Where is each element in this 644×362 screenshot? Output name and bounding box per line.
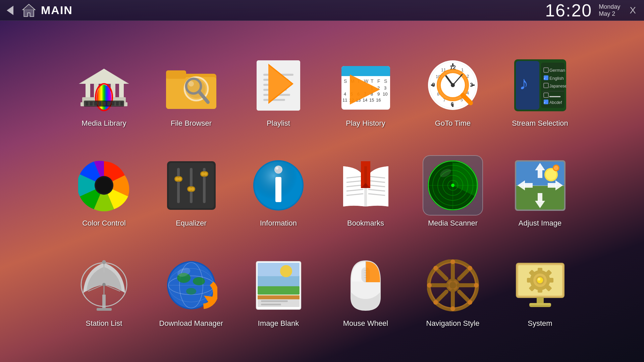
svg-rect-210: [261, 304, 281, 305]
home-icon[interactable]: [21, 2, 37, 18]
svg-point-232: [450, 306, 455, 311]
svg-point-231: [450, 259, 455, 264]
app-media-scanner[interactable]: Media Scanner: [419, 155, 486, 228]
svg-point-179: [554, 166, 558, 170]
app-image-blank[interactable]: Image Blank: [245, 255, 312, 328]
svg-rect-2: [24, 10, 34, 16]
app-station-list[interactable]: Station List: [70, 255, 138, 328]
app-media-library[interactable]: Media Library: [70, 55, 138, 128]
svg-rect-137: [275, 177, 281, 202]
file-browser-icon: [164, 59, 218, 112]
close-button[interactable]: X: [627, 4, 639, 17]
app-goto-time[interactable]: 12 3 6 9 1 2 4 5 7 8 10 11: [419, 55, 486, 128]
equalizer-label: Equalizer: [176, 219, 207, 228]
app-color-control[interactable]: Color Control: [70, 155, 138, 228]
svg-rect-243: [538, 268, 542, 273]
svg-point-34: [189, 81, 194, 86]
app-mouse-wheel[interactable]: Mouse Wheel: [332, 255, 399, 328]
system-icon: [514, 259, 566, 311]
svg-rect-19: [90, 102, 93, 106]
svg-text:German: German: [549, 68, 565, 73]
goto-time-icon: 12 3 6 9 1 2 4 5 7 8 10 11: [427, 59, 479, 111]
media-scanner-icon-wrap: [423, 155, 483, 216]
app-information[interactable]: Information: [245, 155, 312, 228]
navigation-style-icon: [427, 259, 479, 311]
color-control-icon: [78, 160, 130, 212]
svg-rect-12: [119, 84, 124, 97]
media-scanner-icon: [427, 160, 479, 212]
equalizer-icon: [167, 161, 216, 210]
svg-point-160: [451, 184, 454, 187]
app-system[interactable]: System: [506, 255, 574, 328]
app-adjust-image[interactable]: Adjust Image: [506, 155, 574, 228]
playlist-label: Playlist: [267, 119, 290, 128]
stream-selection-icon-wrap: ♪ German ✓ English Japanese: [510, 55, 570, 116]
station-list-label: Station List: [86, 319, 122, 328]
svg-rect-25: [116, 102, 119, 106]
svg-rect-8: [86, 84, 90, 97]
station-list-icon: [78, 259, 130, 311]
app-file-browser[interactable]: File Browser: [158, 55, 225, 128]
svg-point-233: [427, 283, 432, 288]
app-play-history[interactable]: S M T W T F S 1 2 3 4 5 6 7 8: [332, 55, 399, 128]
adjust-image-icon-wrap: [510, 155, 570, 216]
color-control-icon-wrap: [74, 155, 134, 216]
back-button[interactable]: [3, 4, 17, 17]
stream-selection-icon: ♪ German ✓ English Japanese: [514, 59, 566, 111]
grid-row-1: Media Library: [13, 55, 631, 128]
svg-point-235: [433, 266, 438, 270]
svg-text:S: S: [344, 78, 347, 84]
back-icon: [7, 6, 13, 15]
svg-rect-175: [524, 183, 533, 188]
goto-time-label: GoTo Time: [435, 119, 471, 128]
svg-rect-173: [538, 193, 542, 201]
svg-point-136: [276, 167, 278, 170]
navigation-style-label: Navigation Style: [426, 319, 480, 328]
day-name: Monday: [599, 3, 620, 10]
svg-text:Abcdef: Abcdef: [549, 100, 562, 105]
information-icon-wrap: [248, 155, 309, 216]
file-browser-icon-wrap: [161, 55, 221, 116]
svg-point-234: [474, 283, 479, 288]
page-title: MAIN: [41, 4, 73, 17]
bookmarks-icon: [340, 160, 392, 212]
app-download-manager[interactable]: Download Manager: [158, 255, 225, 328]
image-blank-icon-wrap: [248, 255, 309, 316]
adjust-image-icon: [514, 160, 566, 212]
svg-text:✓: ✓: [543, 101, 546, 104]
svg-rect-21: [99, 102, 101, 106]
information-icon: [253, 160, 305, 212]
svg-point-222: [449, 282, 456, 289]
adjust-image-label: Adjust Image: [519, 219, 561, 228]
image-blank-label: Image Blank: [258, 319, 299, 328]
svg-rect-26: [120, 102, 123, 106]
svg-point-237: [468, 266, 472, 270]
svg-rect-209: [261, 300, 288, 302]
svg-rect-246: [549, 278, 553, 283]
svg-rect-205: [258, 263, 300, 276]
play-history-icon: S M T W T F S 1 2 3 4 5 6 7 8: [340, 59, 392, 111]
app-playlist[interactable]: Playlist: [245, 55, 312, 128]
app-stream-selection[interactable]: ♪ German ✓ English Japanese: [506, 55, 574, 128]
svg-point-253: [537, 277, 543, 283]
svg-text:6: 6: [451, 102, 454, 107]
svg-rect-119: [177, 168, 180, 203]
svg-rect-208: [258, 295, 300, 299]
main-content: Media Library: [0, 21, 644, 362]
app-navigation-style[interactable]: Navigation Style: [419, 255, 486, 328]
svg-rect-151: [364, 166, 367, 206]
app-equalizer[interactable]: Equalizer: [158, 155, 225, 228]
svg-point-186: [102, 283, 106, 286]
color-control-label: Color Control: [82, 219, 126, 228]
svg-rect-18: [86, 102, 88, 106]
svg-text:English: English: [549, 76, 564, 81]
svg-rect-20: [94, 102, 97, 106]
station-list-icon-wrap: [74, 255, 134, 316]
svg-rect-171: [538, 170, 542, 178]
svg-point-206: [280, 265, 292, 277]
svg-rect-244: [538, 288, 542, 293]
playlist-icon-wrap: [248, 55, 309, 116]
date-info: Monday May 2: [599, 3, 620, 17]
svg-text:S: S: [384, 78, 387, 84]
app-bookmarks[interactable]: Bookmarks: [332, 155, 399, 228]
